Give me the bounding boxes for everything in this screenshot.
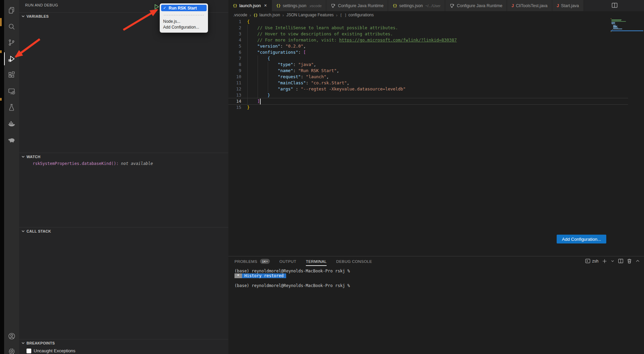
minimap-line <box>611 19 622 20</box>
menu-item-node-js[interactable]: Node.js... <box>163 18 207 24</box>
settings-icon[interactable] <box>4 344 19 354</box>
start-debugging-play-icon[interactable] <box>154 4 160 10</box>
menu-item-add-configuration[interactable]: Add Configuration... <box>163 24 207 30</box>
tab-label: CliToolsTest.java <box>516 3 547 8</box>
line-content: { <box>247 19 250 25</box>
minimap-line <box>613 29 623 29</box>
breadcrumb-item--vscode[interactable]: .vscode <box>233 13 247 17</box>
json-file-icon: {} <box>254 13 258 17</box>
code-line-5[interactable]: 5 "version": "0.2.0", <box>228 43 644 49</box>
gradle-icon[interactable] <box>4 132 19 147</box>
breakpoints-section: BREAKPOINTS Uncaught Exceptions <box>19 339 228 354</box>
accounts-icon[interactable] <box>4 328 19 343</box>
code-line-1[interactable]: 1{ <box>228 19 644 25</box>
tab-clitoolstest-java[interactable]: JCliToolsTest.java <box>507 0 552 11</box>
tab-settings-json[interactable]: {}settings.json~/.../User <box>388 0 445 11</box>
code-line-12[interactable]: 12 "args" : "--regtest -Xkeyvalue.dataso… <box>228 86 644 92</box>
variables-section-label: VARIABLES <box>27 14 49 18</box>
tab-label: settings.json <box>283 3 306 8</box>
code-line-6[interactable]: 6 "configurations": [ <box>228 49 644 55</box>
add-configuration-button[interactable]: Add Configuration... <box>557 235 606 243</box>
watch-section: WATCH rskSystemProperties.databaseKind()… <box>19 153 228 227</box>
background-window-mark <box>0 98 2 101</box>
minimap-line <box>613 26 617 27</box>
code-line-14[interactable]: 14 ] <box>228 98 644 104</box>
breakpoints-section-header[interactable]: BREAKPOINTS <box>19 339 228 347</box>
panel-tab-bar: PROBLEMS1K+OUTPUTTERMINALDEBUG CONSOLE <box>234 259 382 266</box>
breadcrumb-item-configurations[interactable]: [ ]configurations <box>340 13 374 17</box>
line-number: 4 <box>228 37 241 43</box>
remote-explorer-icon[interactable] <box>4 84 19 99</box>
panel-tab-problems[interactable]: PROBLEMS1K+ <box>234 259 270 266</box>
explorer-icon[interactable] <box>4 3 19 18</box>
terminal-line: (base) reynoldmorel@Reynolds-MacBook-Pro… <box>234 283 350 288</box>
line-number: 2 <box>228 25 241 31</box>
source-control-icon[interactable] <box>4 35 19 50</box>
chevron-down-icon <box>20 154 26 159</box>
line-number: 14 <box>228 98 241 104</box>
watch-expression: rskSystemProperties.databaseKind(): <box>33 161 119 166</box>
testing-icon[interactable] <box>4 100 19 115</box>
minimap-line <box>613 27 617 27</box>
code-line-2[interactable]: 2 // Use IntelliSense to learn about pos… <box>228 25 644 31</box>
code-line-10[interactable]: 10 "request": "launch", <box>228 74 644 80</box>
split-editor-icon[interactable] <box>612 3 617 8</box>
code-line-13[interactable]: 13 } <box>228 92 644 98</box>
new-terminal-icon[interactable] <box>602 259 607 264</box>
extensions-icon[interactable] <box>4 67 19 82</box>
code-line-3[interactable]: 3 // Hover to view descriptions of exist… <box>228 31 644 37</box>
shell-label: zsh <box>592 259 598 264</box>
run-and-debug-icon[interactable] <box>4 51 19 66</box>
launch-profile-chevron-icon[interactable] <box>611 259 614 263</box>
line-content: "configurations": [ <box>247 49 306 55</box>
java-file-icon: J <box>511 3 514 8</box>
maximize-panel-chevron-icon[interactable] <box>636 259 640 263</box>
code-line-11[interactable]: 11 "mainClass": "co.rsk.Start", <box>228 80 644 86</box>
call-stack-section-label: CALL STACK <box>27 229 51 233</box>
json-file-icon: {} <box>233 3 237 8</box>
code-line-7[interactable]: 7 { <box>228 55 644 62</box>
menu-item-run-rsk-start[interactable]: ✓ Run RSK Start <box>161 5 207 11</box>
code-line-4[interactable]: 4 // For more information, visit: https:… <box>228 37 644 43</box>
call-stack-section-header[interactable]: CALL STACK <box>19 227 228 235</box>
search-icon[interactable] <box>4 19 19 34</box>
minimap[interactable] <box>611 18 644 39</box>
json-file-icon: {} <box>393 3 397 8</box>
panel-tab-output[interactable]: OUTPUT <box>279 259 296 266</box>
panel-tab-debug-console[interactable]: DEBUG CONSOLE <box>336 259 372 266</box>
indent-guide <box>258 55 258 98</box>
breadcrumb-item-json-language-features[interactable]: JSON Language Features <box>286 13 333 17</box>
background-window-mark <box>0 50 2 53</box>
split-terminal-icon[interactable] <box>618 259 623 263</box>
line-content: "mainClass": "co.rsk.Start", <box>247 80 349 86</box>
editor-group: {}launch.json✕{}settings.json.vscodeConf… <box>228 0 644 354</box>
panel-controls: zsh <box>581 258 640 264</box>
line-number: 3 <box>228 31 241 37</box>
minimap-line <box>611 21 626 22</box>
code-line-8[interactable]: 8 "type": "java", <box>228 62 644 68</box>
code-line-15[interactable]: 15} <box>228 104 644 111</box>
activity-bar <box>4 0 19 354</box>
watch-section-header[interactable]: WATCH <box>19 153 228 161</box>
docker-icon[interactable] <box>4 116 19 131</box>
line-content: } <box>247 104 250 111</box>
minimap-line <box>611 22 615 23</box>
uncaught-exceptions-checkbox[interactable] <box>27 349 31 353</box>
tab-configure-java-runtime[interactable]: Configure Java Runtime <box>326 0 388 11</box>
tab-start-java[interactable]: JStart.java <box>552 0 584 11</box>
menu-item-label: Run RSK Start <box>169 6 197 11</box>
breadcrumb-item-launch-json[interactable]: {}launch.json <box>254 13 280 17</box>
line-content: "args" : "--regtest -Xkeyvalue.datasourc… <box>247 86 406 92</box>
tab-settings-json[interactable]: {}settings.json.vscode <box>272 0 327 11</box>
chevron-down-icon <box>20 340 26 346</box>
tab-configure-java-runtime[interactable]: Configure Java Runtime <box>445 0 507 11</box>
bottom-panel: PROBLEMS1K+OUTPUTTERMINALDEBUG CONSOLE z… <box>228 256 644 354</box>
close-icon[interactable]: ✕ <box>264 3 267 8</box>
code-line-9[interactable]: 9 "name": "Run RSK Start", <box>228 68 644 74</box>
tab-detail: ~/.../User <box>425 4 440 8</box>
kill-terminal-trash-icon[interactable] <box>627 258 632 264</box>
tab-launch-json[interactable]: {}launch.json✕ <box>228 0 272 11</box>
watch-expression-item[interactable]: rskSystemProperties.databaseKind(): not … <box>33 161 153 166</box>
line-number: 10 <box>228 74 241 80</box>
panel-tab-terminal[interactable]: TERMINAL <box>306 259 327 266</box>
